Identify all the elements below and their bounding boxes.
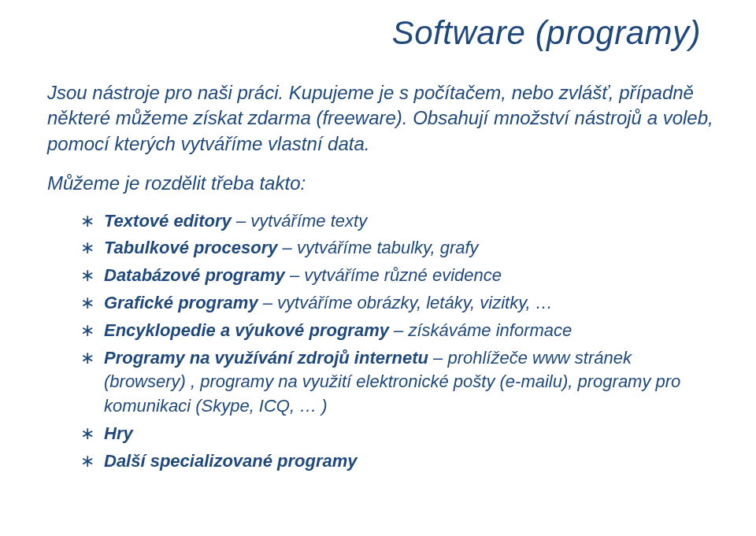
list-item-bold: Programy na využívání zdrojů internetu [104, 348, 428, 368]
slide-title: Software (programy) [47, 14, 717, 52]
list-item: Další specializované programy [80, 449, 717, 474]
list-item: Textové editory – vytváříme texty [80, 209, 717, 234]
list-item-text: – vytváříme různé evidence [285, 265, 502, 285]
category-list: Textové editory – vytváříme texty Tabulk… [47, 209, 717, 474]
list-item: Grafické programy – vytváříme obrázky, l… [80, 291, 717, 316]
list-item-text: – vytváříme obrázky, letáky, vizitky, … [258, 293, 553, 312]
list-item: Programy na využívání zdrojů internetu –… [80, 346, 717, 419]
intro-paragraph: Jsou nástroje pro naši práci. Kupujeme j… [47, 80, 717, 157]
list-item: Hry [80, 422, 717, 446]
subheading-paragraph: Můžeme je rozdělit třeba takto: [47, 171, 717, 196]
list-item-bold: Další specializované programy [104, 451, 358, 471]
list-item-bold: Databázové programy [104, 265, 285, 285]
list-item: Databázové programy – vytváříme různé ev… [80, 264, 717, 288]
list-item-bold: Encyklopedie a výukové programy [104, 320, 389, 340]
list-item-bold: Hry [104, 423, 133, 443]
list-item-bold: Tabulkové procesory [104, 238, 277, 257]
list-item: Encyklopedie a výukové programy – získáv… [80, 319, 717, 343]
list-item: Tabulkové procesory – vytváříme tabulky,… [80, 236, 717, 261]
list-item-text: – vytváříme texty [232, 211, 367, 231]
slide: Software (programy) Jsou nástroje pro na… [0, 0, 756, 536]
list-item-text: – vytváříme tabulky, grafy [277, 238, 478, 257]
list-item-text: – získáváme informace [389, 320, 572, 340]
list-item-bold: Grafické programy [104, 293, 258, 312]
list-item-bold: Textové editory [104, 211, 232, 231]
